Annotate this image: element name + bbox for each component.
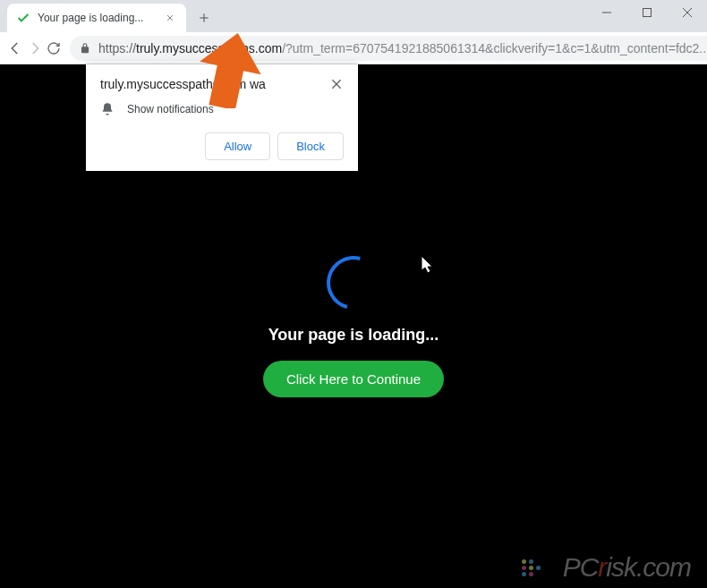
- url-text: https://truly.mysuccesspaths.com/?utm_te…: [98, 41, 707, 55]
- browser-toolbar: https://truly.mysuccesspaths.com/?utm_te…: [0, 32, 707, 64]
- address-bar[interactable]: https://truly.mysuccesspaths.com/?utm_te…: [70, 36, 707, 61]
- maximize-button[interactable]: [626, 0, 667, 25]
- bell-icon: [100, 102, 115, 116]
- reload-button[interactable]: [47, 36, 61, 61]
- svg-marker-16: [422, 256, 432, 273]
- minimize-button[interactable]: [586, 0, 626, 25]
- allow-button[interactable]: Allow: [205, 132, 270, 160]
- tab-title: Your page is loading...: [38, 12, 163, 24]
- checkmark-icon: [16, 11, 30, 25]
- loading-text: Your page is loading...: [268, 326, 439, 345]
- pointer-arrow-icon: [199, 32, 261, 112]
- close-window-button[interactable]: [667, 0, 707, 25]
- loading-spinner-icon: [327, 256, 380, 310]
- forward-button[interactable]: [27, 36, 43, 61]
- lock-icon: [79, 42, 91, 55]
- cursor-icon: [422, 256, 434, 277]
- browser-tab[interactable]: Your page is loading...: [7, 4, 186, 32]
- back-button[interactable]: [7, 36, 23, 61]
- watermark-logo: PCrisk.com: [563, 552, 691, 583]
- new-tab-button[interactable]: [192, 5, 217, 30]
- continue-button[interactable]: Click Here to Continue: [263, 361, 444, 397]
- window-controls: [586, 0, 707, 25]
- svg-rect-5: [643, 9, 651, 17]
- close-icon[interactable]: [329, 77, 344, 91]
- block-button[interactable]: Block: [277, 132, 344, 160]
- watermark-dots-icon: [522, 559, 541, 576]
- svg-marker-15: [199, 32, 261, 108]
- close-icon[interactable]: [163, 11, 177, 25]
